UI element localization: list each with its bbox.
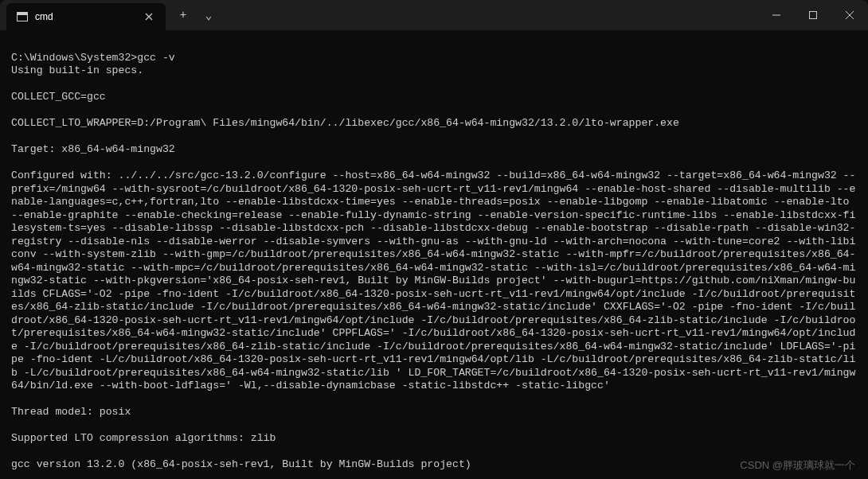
tab-title: cmd — [35, 11, 135, 22]
prompt-text: C:\Windows\System32> — [11, 52, 137, 64]
output-line: Supported LTO compression algorithms: zl… — [11, 432, 857, 446]
new-tab-button[interactable]: + — [172, 4, 194, 26]
output-line: gcc version 13.2.0 (x86_64-posix-seh-rev… — [11, 458, 857, 472]
tab-actions: + ⌄ — [166, 0, 226, 30]
output-line: COLLECT_LTO_WRAPPER=D:/Program\ Files/mi… — [11, 117, 857, 130]
output-line: Configured with: ../../../src/gcc-13.2.0… — [11, 169, 857, 393]
maximize-button[interactable] — [795, 0, 831, 30]
terminal-output[interactable]: C:\Windows\System32>gcc -v Using built-i… — [0, 30, 868, 479]
minimize-button[interactable] — [758, 0, 795, 30]
titlebar: cmd + ⌄ — [0, 0, 868, 30]
command-text: gcc -v — [137, 52, 174, 64]
close-window-button[interactable] — [831, 0, 868, 30]
tab-cmd[interactable]: cmd — [6, 3, 166, 30]
window-controls — [758, 0, 868, 30]
output-line: COLLECT_GCC=gcc — [11, 91, 857, 104]
close-tab-icon[interactable] — [142, 10, 156, 24]
output-line: Thread model: posix — [11, 406, 857, 419]
tab-dropdown-button[interactable]: ⌄ — [197, 4, 220, 26]
svg-rect-0 — [810, 12, 817, 19]
output-line: Using built-in specs. — [11, 64, 857, 78]
cmd-icon — [16, 10, 29, 23]
output-line: Target: x86_64-w64-mingw32 — [11, 143, 857, 157]
